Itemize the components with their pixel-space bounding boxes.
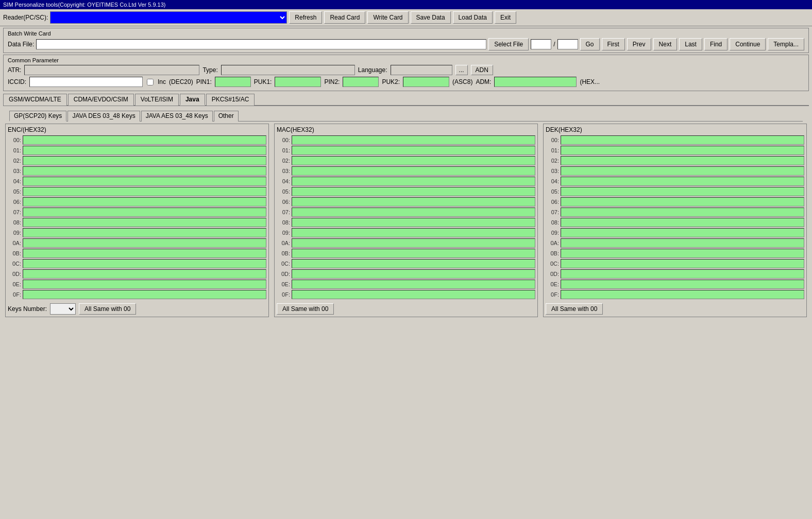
key-row-input[interactable]: [23, 207, 266, 217]
key-row-input[interactable]: [292, 290, 535, 299]
key-row-input[interactable]: [561, 207, 804, 217]
key-row-input[interactable]: [561, 187, 804, 196]
key-row-input[interactable]: [561, 166, 804, 176]
key-row-input[interactable]: [561, 249, 804, 258]
key-row-input[interactable]: [561, 135, 804, 145]
key-row-input[interactable]: [23, 269, 266, 279]
key-row-input[interactable]: [23, 218, 266, 227]
key-row-input[interactable]: [292, 156, 535, 165]
key-row-input[interactable]: [292, 166, 535, 176]
key-row-input[interactable]: [292, 135, 535, 145]
lang-browse-button[interactable]: ...: [455, 65, 468, 75]
key-row-input[interactable]: [561, 280, 804, 289]
pin2-input[interactable]: 1234: [343, 77, 379, 87]
key-row-input[interactable]: [561, 259, 804, 268]
last-button[interactable]: Last: [679, 38, 702, 50]
tab-gsm[interactable]: GSM/WCDMA/LTE: [3, 94, 67, 106]
key-row: 02:: [277, 156, 535, 165]
key-row-input[interactable]: [292, 218, 535, 227]
key-row-input[interactable]: [23, 135, 266, 145]
inc-checkbox[interactable]: [147, 79, 154, 85]
data-file-input[interactable]: [36, 39, 486, 49]
continue-button[interactable]: Continue: [730, 38, 766, 50]
key-row-input[interactable]: [292, 259, 535, 268]
tab-java[interactable]: Java: [180, 94, 205, 106]
key-row-input[interactable]: [561, 177, 804, 186]
key-row-input[interactable]: [292, 249, 535, 258]
template-button[interactable]: Templa...: [768, 38, 804, 50]
key-row-label: 03:: [8, 168, 21, 174]
key-row-input[interactable]: [292, 197, 535, 206]
dek-all-same-button[interactable]: All Same with 00: [546, 303, 603, 315]
key-row-input[interactable]: [561, 197, 804, 206]
key-row-input[interactable]: [561, 156, 804, 165]
find-button[interactable]: Find: [704, 38, 728, 50]
key-row-input[interactable]: [292, 177, 535, 186]
key-row-label: 09:: [8, 230, 21, 236]
read-card-button[interactable]: Read Card: [324, 11, 365, 24]
key-row-label: 00:: [277, 137, 290, 143]
key-row-input[interactable]: [561, 290, 804, 299]
key-row-input[interactable]: [292, 207, 535, 217]
key-row-input[interactable]: [23, 228, 266, 237]
key-row-input[interactable]: [23, 146, 266, 155]
tab-volte[interactable]: VoLTE/ISIM: [135, 94, 179, 106]
mac-all-same-button[interactable]: All Same with 00: [277, 303, 334, 315]
inner-tab-other[interactable]: Other: [214, 111, 239, 122]
first-button[interactable]: First: [602, 38, 625, 50]
key-row-input[interactable]: [292, 187, 535, 196]
iccid-input[interactable]: [29, 77, 143, 87]
tab-cdma[interactable]: CDMA/EVDO/CSIM: [68, 94, 134, 106]
load-data-button[interactable]: Load Data: [453, 11, 493, 24]
adm-input[interactable]: 3838383838383838: [494, 77, 577, 87]
key-row-input[interactable]: [23, 187, 266, 196]
prev-button[interactable]: Prev: [627, 38, 651, 50]
go-button[interactable]: Go: [580, 38, 600, 50]
next-button[interactable]: Next: [653, 38, 678, 50]
reader-dropdown[interactable]: [50, 11, 287, 24]
key-row-input[interactable]: [561, 228, 804, 237]
atr-input[interactable]: [24, 65, 199, 75]
puk1-input[interactable]: 88888888: [275, 77, 321, 87]
key-row-input[interactable]: [23, 249, 266, 258]
page-total-input[interactable]: [557, 39, 578, 49]
key-row-input[interactable]: [23, 290, 266, 299]
key-row-input[interactable]: [292, 146, 535, 155]
save-data-button[interactable]: Save Data: [411, 11, 451, 24]
key-row-input[interactable]: [292, 269, 535, 279]
select-file-button[interactable]: Select File: [488, 38, 529, 50]
inner-tab-javaAes[interactable]: JAVA AES 03_48 Keys: [141, 111, 213, 122]
adn-button[interactable]: ADN: [471, 65, 493, 75]
key-row-input[interactable]: [23, 177, 266, 186]
inner-tab-gp[interactable]: GP(SCP20) Keys: [9, 111, 66, 122]
write-card-button[interactable]: Write Card: [367, 11, 408, 24]
key-row: 0F:: [8, 290, 266, 299]
page-current-input[interactable]: [531, 39, 551, 49]
key-row-input[interactable]: [561, 218, 804, 227]
key-row-input[interactable]: [561, 269, 804, 279]
type-input[interactable]: [221, 65, 355, 75]
key-row-input[interactable]: [561, 238, 804, 248]
pin1-input[interactable]: 1234: [215, 77, 251, 87]
key-row-input[interactable]: [292, 228, 535, 237]
puk2-input[interactable]: 88888888: [403, 77, 449, 87]
tab-pkcs[interactable]: PKCS#15/AC: [206, 94, 255, 106]
key-row: 0F:: [277, 290, 535, 299]
keys-number-select[interactable]: [50, 303, 76, 315]
key-row-input[interactable]: [23, 280, 266, 289]
key-row-input[interactable]: [23, 156, 266, 165]
key-row-input[interactable]: [292, 238, 535, 248]
enc-all-same-button[interactable]: All Same with 00: [79, 303, 136, 315]
exit-button[interactable]: Exit: [495, 11, 516, 24]
key-row-input[interactable]: [23, 197, 266, 206]
key-row-label: 0F:: [277, 291, 290, 298]
key-row-input[interactable]: [561, 146, 804, 155]
key-row-input[interactable]: [23, 238, 266, 248]
key-row: 0B:: [8, 249, 266, 258]
key-row-input[interactable]: [23, 259, 266, 268]
key-row-input[interactable]: [23, 166, 266, 176]
refresh-button[interactable]: Refresh: [289, 11, 322, 24]
key-row-input[interactable]: [292, 280, 535, 289]
language-input[interactable]: [391, 65, 452, 75]
inner-tab-javades[interactable]: JAVA DES 03_48 Keys: [67, 111, 140, 122]
